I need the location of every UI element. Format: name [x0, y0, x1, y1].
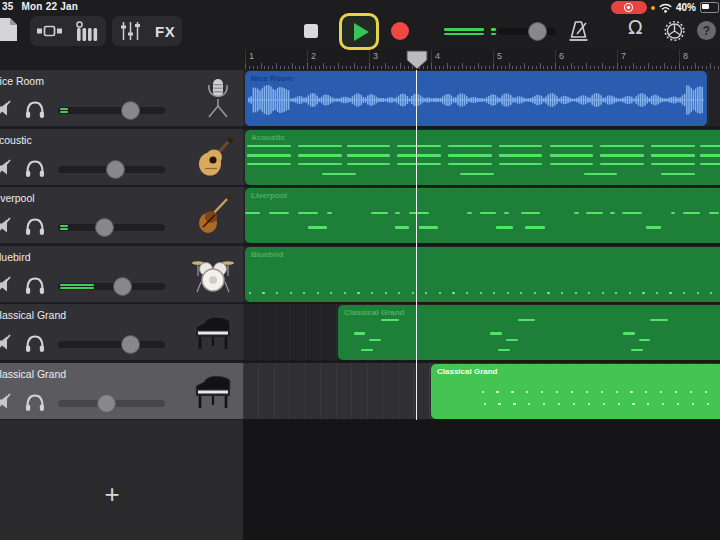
record-button[interactable] [389, 20, 411, 42]
toolbar: FX Ω [0, 13, 720, 50]
midi-region[interactable]: Classical Grand [431, 364, 720, 419]
track-header-3[interactable]: Liverpool [0, 187, 243, 243]
bass-guitar-icon[interactable] [195, 195, 235, 235]
ruler-tick [501, 66, 502, 70]
ruler-tick [497, 66, 498, 70]
drum-kit-icon[interactable] [191, 254, 235, 294]
loop-browser-button[interactable]: Ω [628, 16, 643, 38]
ruler-tick [303, 66, 304, 70]
volume-knob[interactable] [121, 335, 140, 354]
settings-button[interactable] [662, 19, 687, 43]
bar-number: 5 [497, 51, 502, 61]
volume-knob[interactable] [106, 160, 125, 179]
mute-icon[interactable] [0, 392, 16, 412]
bar-number: 6 [559, 51, 564, 61]
bar-number: 8 [683, 51, 688, 61]
track-header-6[interactable]: Classical Grand [0, 363, 243, 419]
midi-note-dot [618, 403, 620, 405]
playhead-line[interactable] [416, 70, 418, 420]
volume-knob[interactable] [95, 218, 114, 237]
volume-knob[interactable] [113, 277, 132, 296]
headphones-monitor-icon[interactable] [24, 100, 46, 119]
acoustic-guitar-icon[interactable] [195, 137, 235, 177]
midi-note [397, 145, 441, 148]
midi-note [700, 145, 720, 148]
region-label: Bluebird [251, 250, 283, 259]
track-volume-slider[interactable] [58, 166, 165, 173]
play-button-highlighted[interactable] [339, 13, 379, 50]
help-button[interactable]: ? [697, 21, 716, 40]
midi-note-dot [276, 292, 278, 294]
midi-note-dot [630, 391, 632, 393]
midi-note-dot [330, 292, 332, 294]
tracks-view-button[interactable] [36, 20, 63, 42]
headphones-monitor-icon[interactable] [24, 159, 46, 178]
ruler-tick [264, 66, 265, 70]
add-track-button[interactable]: + [96, 478, 128, 510]
ruler-tick [489, 66, 490, 70]
ruler-tick [679, 63, 680, 69]
midi-region[interactable]: Classical Grand [338, 305, 720, 360]
fx-button[interactable]: FX [155, 23, 175, 40]
track-header-1[interactable]: Nice Room [0, 70, 243, 126]
ruler-tick [718, 66, 719, 70]
track-volume-slider[interactable] [58, 224, 165, 231]
ruler-tick [505, 66, 506, 70]
mute-icon[interactable] [0, 99, 16, 119]
volume-knob[interactable] [121, 101, 140, 120]
mute-icon[interactable] [0, 333, 16, 353]
midi-note [550, 154, 594, 157]
instrument-view-button[interactable] [75, 20, 100, 42]
master-volume-slider[interactable] [498, 28, 556, 35]
midi-note [651, 154, 695, 157]
ruler-tick [354, 63, 355, 69]
track-level-meter [60, 107, 68, 114]
track-volume-slider[interactable] [58, 341, 165, 348]
midi-note [504, 212, 509, 215]
midi-note [369, 339, 381, 342]
headphones-monitor-icon[interactable] [24, 276, 46, 295]
track-name: Classical Grand [0, 309, 66, 321]
midi-note [622, 212, 641, 215]
grand-piano-icon[interactable] [191, 312, 235, 352]
audio-region[interactable]: Nice Room [245, 71, 707, 126]
track-header-2[interactable]: Acoustic [0, 129, 243, 185]
ruler-tick [326, 66, 327, 70]
metronome-button[interactable] [566, 19, 591, 43]
midi-region[interactable]: Liverpool [245, 188, 720, 243]
my-songs-button[interactable] [0, 17, 20, 43]
track-volume-slider[interactable] [58, 400, 165, 407]
timeline-ruler[interactable]: 12345678 [243, 50, 720, 70]
ruler-tick [710, 63, 711, 69]
midi-note-dot [573, 403, 575, 405]
master-volume-knob[interactable] [528, 22, 547, 41]
mixer-button[interactable] [119, 20, 142, 42]
midi-region[interactable]: Acoustic [245, 130, 720, 185]
midi-note [247, 163, 291, 166]
microphone-icon[interactable] [201, 78, 235, 118]
playhead-marker[interactable] [405, 50, 429, 70]
ruler-tick [392, 66, 393, 70]
track-volume-slider[interactable] [58, 283, 165, 290]
ruler-tick [636, 66, 637, 70]
headphones-monitor-icon[interactable] [24, 334, 46, 353]
midi-note-dot [528, 403, 530, 405]
midi-note [600, 154, 644, 157]
ruler-tick [687, 66, 688, 70]
midi-note-dot [642, 292, 644, 294]
headphones-monitor-icon[interactable] [24, 393, 46, 412]
midi-note [600, 163, 644, 166]
midi-region[interactable]: Bluebird [245, 247, 720, 302]
midi-note-dot [543, 403, 545, 405]
track-volume-slider[interactable] [58, 107, 165, 114]
grand-piano-icon[interactable] [191, 371, 235, 411]
ruler-tick [671, 66, 672, 70]
stop-button[interactable] [300, 20, 322, 42]
track-header-5[interactable]: Classical Grand [0, 304, 243, 360]
volume-knob[interactable] [97, 394, 116, 413]
track-header-4[interactable]: Bluebird [0, 246, 243, 302]
mute-icon[interactable] [0, 216, 16, 236]
headphones-monitor-icon[interactable] [24, 217, 46, 236]
mute-icon[interactable] [0, 158, 16, 178]
mute-icon[interactable] [0, 275, 16, 295]
